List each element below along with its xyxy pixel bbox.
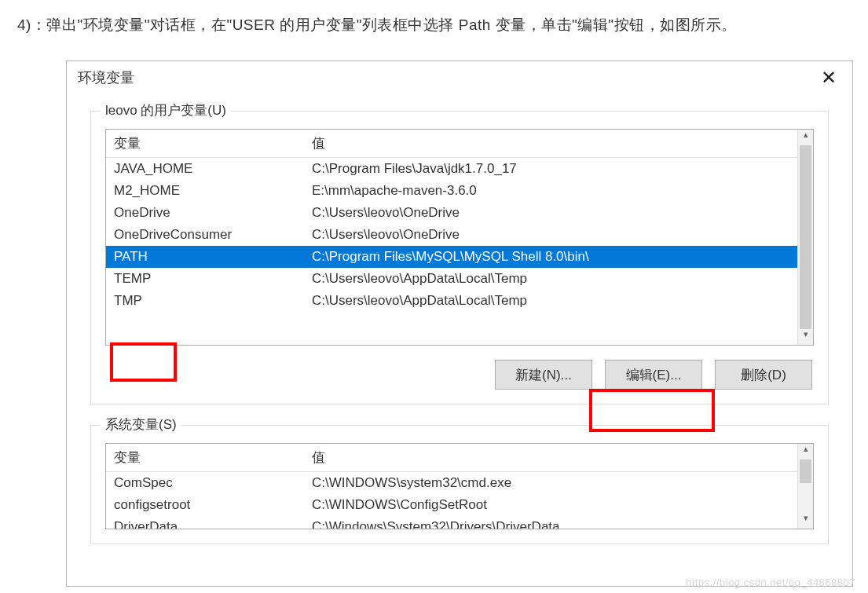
user-vars-group: leovo 的用户变量(U) 变量 值 JAVA_HOMEC:\Program … bbox=[90, 111, 829, 404]
table-row[interactable]: JAVA_HOMEC:\Program Files\Java\jdk1.7.0_… bbox=[106, 158, 813, 181]
val-cell: E:\mm\apache-maven-3.6.0 bbox=[304, 180, 813, 202]
val-cell: C:\Users\leovo\AppData\Local\Temp bbox=[304, 268, 813, 290]
table-row[interactable]: M2_HOMEE:\mm\apache-maven-3.6.0 bbox=[106, 180, 813, 202]
var-cell: OneDrive bbox=[106, 202, 304, 224]
env-vars-dialog: 环境变量 ✕ leovo 的用户变量(U) 变量 值 JAVA_HOMEC:\P… bbox=[66, 60, 853, 587]
val-cell: C:\Users\leovo\OneDrive bbox=[304, 224, 813, 246]
scrollbar[interactable]: ▴ ▾ bbox=[797, 444, 813, 529]
sys-vars-group-label: 系统变量(S) bbox=[101, 415, 181, 434]
var-cell: DriverData bbox=[106, 516, 304, 529]
dialog-title: 环境变量 bbox=[78, 68, 134, 87]
table-row[interactable]: OneDriveConsumerC:\Users\leovo\OneDrive bbox=[106, 224, 813, 246]
instruction-text: 4)：弹出"环境变量"对话框，在"USER 的用户变量"列表框中选择 Path … bbox=[0, 0, 868, 37]
val-cell: C:\Program Files\MySQL\MySQL Shell 8.0\b… bbox=[304, 246, 813, 268]
sys-vars-group: 系统变量(S) 变量 值 ComSpecC:\WINDOWS\system32\… bbox=[90, 425, 829, 544]
col-value-header[interactable]: 值 bbox=[304, 444, 813, 472]
val-cell: C:\Users\leovo\OneDrive bbox=[304, 202, 813, 224]
table-row[interactable]: TMPC:\Users\leovo\AppData\Local\Temp bbox=[106, 290, 813, 312]
var-cell: ComSpec bbox=[106, 472, 304, 495]
col-variable-header[interactable]: 变量 bbox=[106, 444, 304, 472]
table-row[interactable]: TEMPC:\Users\leovo\AppData\Local\Temp bbox=[106, 268, 813, 290]
val-cell: C:\WINDOWS\ConfigSetRoot bbox=[304, 494, 813, 516]
var-cell: OneDriveConsumer bbox=[106, 224, 304, 246]
edit-button[interactable]: 编辑(E)... bbox=[605, 360, 702, 390]
var-cell: TMP bbox=[106, 290, 304, 312]
watermark: https://blog.csdn.net/qq_44868807 bbox=[686, 577, 855, 588]
scroll-up-icon[interactable]: ▴ bbox=[798, 444, 813, 459]
col-variable-header[interactable]: 变量 bbox=[106, 130, 304, 158]
scroll-thumb[interactable] bbox=[800, 459, 811, 483]
table-row[interactable]: configsetrootC:\WINDOWS\ConfigSetRoot bbox=[106, 494, 813, 516]
user-vars-buttons: 新建(N)... 编辑(E)... 删除(D) bbox=[105, 360, 814, 390]
val-cell: C:\Users\leovo\AppData\Local\Temp bbox=[304, 290, 813, 312]
user-vars-table[interactable]: 变量 值 JAVA_HOMEC:\Program Files\Java\jdk1… bbox=[105, 129, 814, 346]
delete-button[interactable]: 删除(D) bbox=[715, 360, 812, 390]
val-cell: C:\Program Files\Java\jdk1.7.0_17 bbox=[304, 158, 813, 181]
close-icon[interactable]: ✕ bbox=[816, 68, 841, 87]
table-row[interactable]: DriverDataC:\Windows\System32\Drivers\Dr… bbox=[106, 516, 813, 529]
val-cell: C:\Windows\System32\Drivers\DriverData bbox=[304, 516, 813, 529]
sys-vars-table[interactable]: 变量 值 ComSpecC:\WINDOWS\system32\cmd.exe … bbox=[105, 443, 814, 529]
dialog-body: leovo 的用户变量(U) 变量 值 JAVA_HOMEC:\Program … bbox=[67, 93, 852, 544]
table-row-selected[interactable]: PATHC:\Program Files\MySQL\MySQL Shell 8… bbox=[106, 246, 813, 268]
scroll-thumb[interactable] bbox=[800, 145, 811, 329]
table-row[interactable]: ComSpecC:\WINDOWS\system32\cmd.exe bbox=[106, 472, 813, 495]
var-cell: PATH bbox=[106, 246, 304, 268]
user-vars-group-label: leovo 的用户变量(U) bbox=[101, 101, 231, 119]
var-cell: configsetroot bbox=[106, 494, 304, 516]
new-button[interactable]: 新建(N)... bbox=[495, 360, 592, 390]
table-row[interactable]: OneDriveC:\Users\leovo\OneDrive bbox=[106, 202, 813, 224]
scroll-down-icon[interactable]: ▾ bbox=[798, 513, 813, 529]
title-bar: 环境变量 ✕ bbox=[67, 61, 852, 93]
var-cell: M2_HOME bbox=[106, 180, 304, 202]
scroll-down-icon[interactable]: ▾ bbox=[798, 329, 813, 345]
var-cell: TEMP bbox=[106, 268, 304, 290]
col-value-header[interactable]: 值 bbox=[304, 130, 813, 158]
var-cell: JAVA_HOME bbox=[106, 158, 304, 181]
val-cell: C:\WINDOWS\system32\cmd.exe bbox=[304, 472, 813, 495]
scroll-up-icon[interactable]: ▴ bbox=[798, 130, 813, 145]
scrollbar[interactable]: ▴ ▾ bbox=[797, 130, 813, 345]
